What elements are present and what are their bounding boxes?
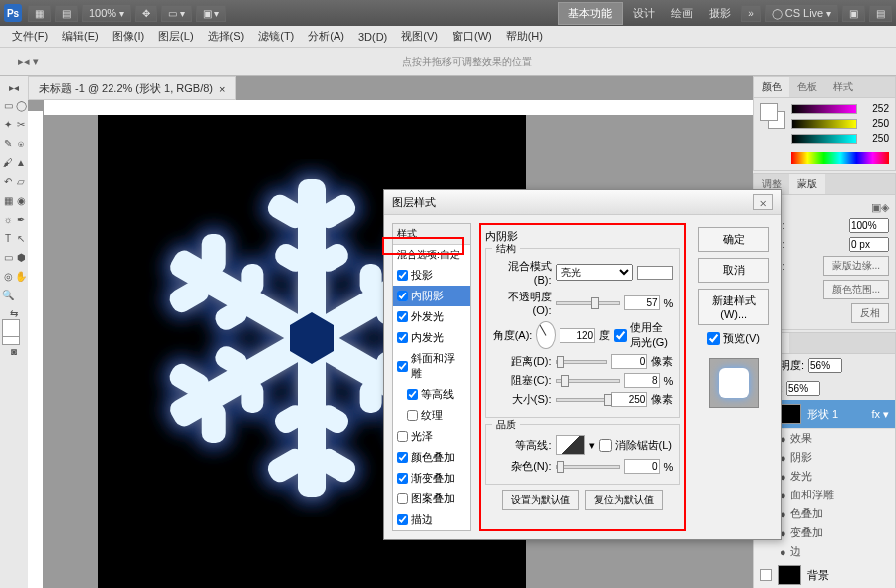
menu-file[interactable]: 文件(F) xyxy=(6,26,54,47)
tab-mask[interactable]: 蒙版 xyxy=(789,174,825,194)
tool-preset-icon[interactable]: ▸◂ ▾ xyxy=(18,55,39,68)
menu-image[interactable]: 图像(I) xyxy=(107,26,150,47)
menu-3d[interactable]: 3D(D) xyxy=(352,28,393,46)
opacity-slider[interactable] xyxy=(556,301,620,305)
bridge-icon[interactable]: ▦ xyxy=(28,5,51,22)
fx-badge[interactable]: fx ▾ xyxy=(871,408,889,421)
move-tool[interactable]: ▸◂ xyxy=(2,78,26,96)
color-swatches[interactable] xyxy=(2,323,26,341)
spectrum-bar[interactable] xyxy=(791,152,889,164)
cb-patternoverlay[interactable] xyxy=(397,493,408,504)
cb-coloroverlay[interactable] xyxy=(397,452,408,463)
zoom-tool[interactable]: 🔍 xyxy=(2,286,14,303)
menu-select[interactable]: 选择(S) xyxy=(202,26,251,47)
brush-tool[interactable]: 🖌 xyxy=(2,153,14,171)
workspace-photo[interactable]: 摄影 xyxy=(703,3,737,24)
layer-background[interactable]: 背景 xyxy=(754,561,895,588)
ok-button[interactable]: 确定 xyxy=(698,227,769,252)
opacity-input[interactable] xyxy=(808,358,842,373)
cb-stroke[interactable] xyxy=(397,514,408,525)
search-icon[interactable]: ▣ xyxy=(842,5,865,22)
cb-bevel[interactable] xyxy=(397,361,408,372)
cb-contour[interactable] xyxy=(407,389,418,400)
gradient-tool[interactable]: ▦ xyxy=(2,191,14,209)
noise-input[interactable] xyxy=(624,459,660,474)
history-brush-tool[interactable]: ↶ xyxy=(2,172,14,190)
arrange-icon[interactable]: ▭ ▾ xyxy=(161,5,192,22)
style-grad-overlay[interactable]: 渐变叠加 xyxy=(393,468,470,489)
heal-tool[interactable]: ⍟ xyxy=(15,134,27,152)
eyedropper-tool[interactable]: ✎ xyxy=(2,134,14,152)
style-stroke[interactable]: 描边 xyxy=(393,509,470,530)
blend-mode-select[interactable]: 亮光 xyxy=(556,264,634,281)
3d-tool[interactable]: ⬢ xyxy=(15,248,27,266)
color-range-button[interactable]: 颜色范围... xyxy=(823,280,889,299)
style-bevel[interactable]: 斜面和浮雕 xyxy=(393,348,470,384)
set-default-button[interactable]: 设置为默认值 xyxy=(502,490,579,510)
fx-drop[interactable]: ●阴影 xyxy=(774,448,895,467)
crop-tool[interactable]: ✂ xyxy=(15,115,27,133)
style-color-overlay[interactable]: 颜色叠加 xyxy=(393,447,470,468)
distance-input[interactable] xyxy=(611,354,647,369)
style-inner-glow[interactable]: 内发光 xyxy=(393,327,470,348)
workspace-basic-button[interactable]: 基本功能 xyxy=(558,2,623,25)
menu-edit[interactable]: 编辑(E) xyxy=(56,26,105,47)
style-inner-shadow[interactable]: 内阴影 xyxy=(393,286,470,306)
antialias-checkbox[interactable] xyxy=(599,439,612,452)
invert-button[interactable]: 反相 xyxy=(851,303,889,323)
stamp-tool[interactable]: ▲ xyxy=(15,153,27,171)
menu-view[interactable]: 视图(V) xyxy=(395,26,444,47)
hand-icon[interactable]: ✥ xyxy=(135,5,157,22)
slider-b[interactable] xyxy=(791,134,857,144)
contour-picker[interactable] xyxy=(556,435,585,455)
cancel-button[interactable]: 取消 xyxy=(698,258,769,283)
workspace-design[interactable]: 设计 xyxy=(627,3,661,24)
cb-innershadow[interactable] xyxy=(397,291,408,301)
dialog-titlebar[interactable]: 图层样式 ⨉ xyxy=(384,190,781,215)
cslive-button[interactable]: ◯ CS Live ▾ xyxy=(765,4,838,22)
fx-gradoverlay[interactable]: ●变叠加 xyxy=(774,523,895,542)
zoom-dropdown[interactable]: 100% ▾ xyxy=(82,4,131,22)
fill-input[interactable] xyxy=(786,381,820,396)
cb-outerglow[interactable] xyxy=(397,311,408,322)
quickmask-tool[interactable]: ◙ xyxy=(2,342,26,360)
close-dialog-icon[interactable]: ⨉ xyxy=(753,194,773,210)
menu-analysis[interactable]: 分析(A) xyxy=(302,26,350,47)
collapse-icon[interactable]: ▤ xyxy=(869,5,892,22)
feather-input[interactable] xyxy=(849,237,889,252)
tab-color[interactable]: 颜色 xyxy=(754,77,789,97)
noise-slider[interactable] xyxy=(556,465,620,469)
slider-g[interactable] xyxy=(791,119,857,129)
mask-edge-button[interactable]: 蒙版边缘... xyxy=(823,256,889,276)
pen-tool[interactable]: ✒ xyxy=(15,210,27,228)
style-drop-shadow[interactable]: 投影 xyxy=(393,265,470,286)
cb-satin[interactable] xyxy=(397,431,408,442)
tab-styles[interactable]: 样式 xyxy=(825,77,861,97)
fx-effects[interactable]: ●效果 xyxy=(774,429,895,448)
density-input[interactable] xyxy=(849,218,889,233)
style-pattern-overlay[interactable]: 图案叠加 xyxy=(393,489,470,509)
dodge-tool[interactable]: ☼ xyxy=(2,210,14,228)
shape-tool[interactable]: ▭ xyxy=(2,248,14,266)
reset-default-button[interactable]: 复位为默认值 xyxy=(585,490,663,510)
choke-input[interactable] xyxy=(624,373,660,388)
fx-innerglow[interactable]: ●发光 xyxy=(774,467,895,486)
close-tab-icon[interactable]: × xyxy=(219,83,225,95)
cb-innerglow[interactable] xyxy=(397,332,408,343)
menu-layer[interactable]: 图层(L) xyxy=(152,26,199,47)
style-outer-glow[interactable]: 外发光 xyxy=(393,306,470,327)
camera-tool[interactable]: ◎ xyxy=(2,267,14,285)
fx-bevel[interactable]: ●面和浮雕 xyxy=(774,486,895,504)
angle-input[interactable] xyxy=(560,328,595,343)
preview-checkbox[interactable] xyxy=(707,332,720,345)
style-satin[interactable]: 光泽 xyxy=(393,426,470,447)
eraser-tool[interactable]: ▱ xyxy=(15,172,27,190)
blur-tool[interactable]: ◉ xyxy=(15,191,27,209)
hand-tool[interactable]: ✋ xyxy=(15,267,27,285)
lasso-tool[interactable]: ◯ xyxy=(15,97,27,114)
cb-drop[interactable] xyxy=(397,270,408,281)
color-swatches[interactable] xyxy=(760,103,785,129)
tab-swatches[interactable]: 色板 xyxy=(789,77,825,97)
wand-tool[interactable]: ✦ xyxy=(2,115,14,133)
workspace-draw[interactable]: 绘画 xyxy=(665,3,699,24)
